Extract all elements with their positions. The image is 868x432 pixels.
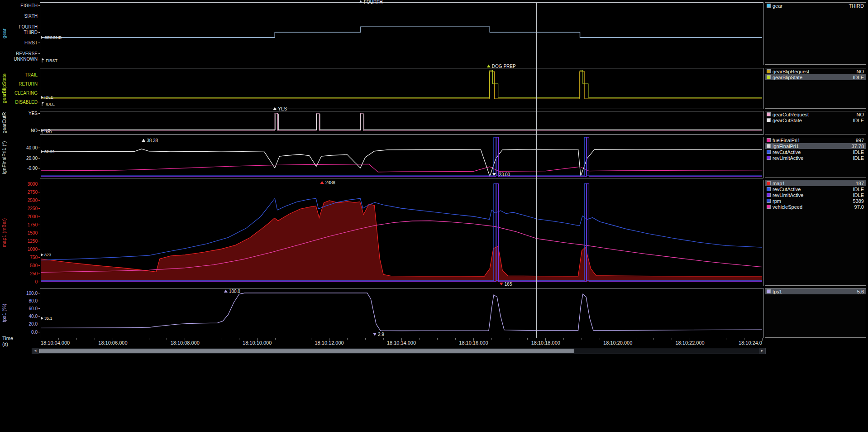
y-tick-label: SIXTH	[24, 14, 38, 19]
channel-cursor-value: 5.6	[857, 289, 864, 294]
legend-group-map: map1187revCutActiveIDLErevLimitActiveIDL…	[765, 180, 866, 286]
time-tick-label: 18:10:04.000	[41, 340, 70, 346]
legend-row-gearCutRequest[interactable]: gearCutRequestNO	[765, 111, 866, 117]
y-tick-label: CLEARING	[14, 91, 38, 96]
channel-name: revLimitActive	[773, 155, 853, 161]
channel-name: fuelFinalPri1	[773, 138, 856, 143]
min-marker-icon	[373, 333, 377, 336]
max-marker-label: DOG PREP	[492, 64, 516, 69]
legend-row-vehicleSpeed[interactable]: vehicleSpeed97.0	[765, 204, 866, 210]
legend-row-gearBlipState[interactable]: gearBlipStateIDLE	[765, 74, 866, 80]
logging-analysis-window: EIGHTHSIXTHFOURTHTHIRDFIRSTREVERSEUNKNOW…	[0, 0, 868, 432]
y-tick-label: 3000	[28, 182, 38, 187]
legend-row-ignFinalPri1[interactable]: ignFinalPri137.78	[765, 143, 866, 149]
legend-group-cut: gearCutRequestNOgearCutStateIDLE	[765, 111, 866, 134]
legend-row-fuelFinalPri1[interactable]: fuelFinalPri1997	[765, 137, 866, 143]
channel-name: vehicleSpeed	[773, 204, 854, 210]
panel-cut-axis-label: gearCutR	[1, 112, 7, 133]
legend-row-gearBlipRequest[interactable]: gearBlipRequestNO	[765, 68, 866, 74]
channel-color-swatch	[767, 75, 771, 79]
y-tick-label: 60.0	[29, 306, 38, 311]
y-tick-label: EIGHTH	[20, 3, 38, 8]
window-start-value-icon	[41, 36, 43, 39]
y-tick-label: UNKNOWN	[14, 57, 38, 62]
min-flag-label: FIRST	[46, 58, 58, 63]
y-tick-label: 250	[30, 271, 38, 276]
channel-color-swatch	[767, 187, 771, 191]
y-tick-label: -0.00	[27, 166, 38, 171]
scrollbar-thumb[interactable]	[39, 349, 574, 353]
legend-row-gearCutState[interactable]: gearCutStateIDLE	[765, 117, 866, 123]
legend-row-revCutActive[interactable]: revCutActiveIDLE	[765, 149, 866, 155]
scroll-left-button[interactable]: ◄	[32, 348, 38, 354]
y-tick-label: 40.0	[29, 314, 38, 319]
legend-group-blip: gearBlipRequestNOgearBlipStateIDLE	[765, 68, 866, 109]
legend-row-rpm[interactable]: rpm5389	[765, 198, 866, 204]
gearCutState-trace	[41, 114, 762, 130]
channel-cursor-value: 187	[856, 181, 864, 186]
y-tick-label: 2750	[28, 190, 38, 195]
channel-cursor-value: 997	[856, 138, 864, 143]
max-marker-icon	[142, 139, 145, 142]
channel-cursor-value: 37.78	[851, 144, 864, 149]
panel-map-axis-label: map1 (mBar)	[1, 218, 7, 247]
panel-gear-plot[interactable]	[40, 2, 763, 65]
max-marker-label: 100.0	[229, 289, 240, 294]
channel-cursor-value: IDLE	[853, 149, 864, 155]
max-marker-icon	[359, 0, 362, 4]
min-flag-icon	[42, 58, 44, 60]
map1-area-fill	[41, 201, 762, 282]
channel-cursor-value: 97.0	[854, 204, 864, 210]
ignFinalPri1-trace	[41, 149, 762, 176]
channel-name: revCutActive	[773, 187, 853, 192]
rpm-trace	[41, 198, 762, 260]
min-marker-label: -23.00	[497, 172, 510, 177]
window-start-value-label: SECOND	[44, 35, 62, 40]
legend-row-revLimitActive[interactable]: revLimitActiveIDLE	[765, 155, 866, 161]
y-tick-label: 1250	[28, 239, 38, 244]
vehicleSpeed-trace	[41, 221, 762, 272]
channel-name: revLimitActive	[773, 192, 853, 198]
gearBlipRequest-trace	[41, 72, 762, 99]
gear-trace	[41, 27, 762, 38]
time-tick-label: 18:10:12.000	[315, 340, 343, 346]
panel-cut-plot[interactable]	[40, 111, 763, 134]
y-tick-label: 2250	[28, 206, 38, 211]
horizontal-scrollbar[interactable]: ◄ ►	[32, 348, 766, 354]
min-marker-label: 2.9	[378, 332, 384, 337]
channel-color-swatch	[767, 118, 771, 122]
chart-area[interactable]: EIGHTHSIXTHFOURTHTHIRDFIRSTREVERSEUNKNOW…	[0, 0, 868, 432]
max-marker-label: 38.38	[147, 138, 158, 143]
min-flag-label: IDLE	[46, 102, 55, 106]
channel-name: gearCutState	[773, 118, 853, 123]
gearCutRequest-trace	[41, 113, 762, 130]
channel-name: gearCutRequest	[773, 112, 857, 117]
channel-cursor-value: IDLE	[853, 118, 864, 123]
min-flag-icon	[42, 102, 44, 104]
y-tick-label: YES	[29, 111, 38, 116]
panel-blip-plot[interactable]	[40, 68, 763, 109]
scrollbar-track[interactable]	[38, 348, 759, 354]
legend-row-revLimitActive[interactable]: revLimitActiveIDLE	[765, 192, 866, 198]
channel-cursor-value: THIRD	[849, 3, 864, 9]
scroll-right-button[interactable]: ►	[759, 348, 765, 354]
channel-name: map1	[773, 181, 856, 186]
tps1-trace	[41, 293, 762, 331]
revCutActive-trace	[41, 184, 762, 281]
channel-color-swatch	[767, 193, 771, 197]
panel-tps-traces	[41, 293, 762, 331]
time-tick-label: 18:10:20.000	[603, 340, 632, 346]
channel-name: gearBlipRequest	[773, 69, 857, 74]
gearBlipState-trace	[41, 70, 762, 97]
legend-group-ign: fuelFinalPri1997ignFinalPri137.78revCutA…	[765, 137, 866, 178]
legend-row-revCutActive[interactable]: revCutActiveIDLE	[765, 186, 866, 192]
legend-row-map1[interactable]: map1187	[765, 180, 866, 186]
y-tick-label: 750	[30, 255, 38, 260]
legend-row-gear[interactable]: gearTHIRD	[765, 3, 866, 9]
channel-cursor-value: IDLE	[853, 187, 864, 192]
map1-trace	[41, 201, 762, 276]
time-tick-label: 18:10:10.000	[243, 340, 272, 346]
panel-ign-axis-label: ignFinalPri1 (°)	[1, 141, 7, 174]
time-tick-label: 18:10:06.000	[98, 340, 127, 346]
legend-row-tps1[interactable]: tps15.6	[765, 288, 866, 294]
